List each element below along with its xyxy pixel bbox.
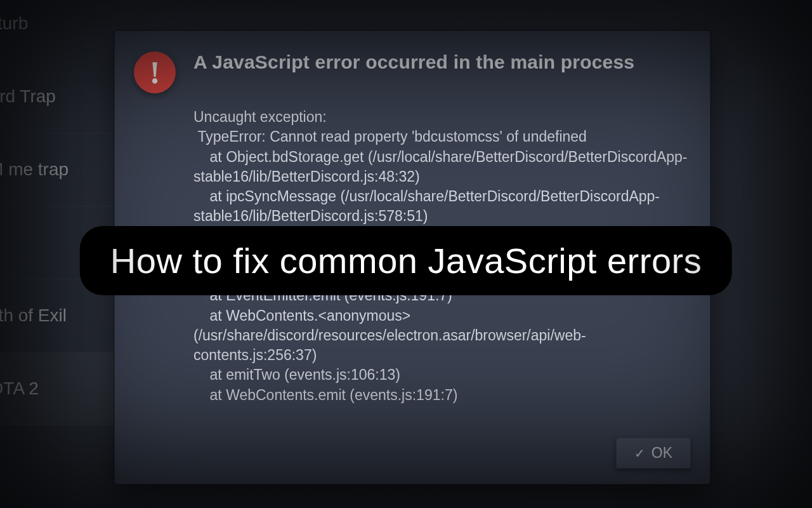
list-item[interactable]: g Hard Trap bbox=[0, 60, 127, 133]
list-item[interactable]: g DOTA 2 bbox=[0, 352, 127, 425]
list-item-label: g PM me trap bbox=[0, 159, 69, 180]
dialog-title: A JavaScript error occurred in the main … bbox=[193, 50, 634, 93]
banner-text: How to fix common JavaScript errors bbox=[110, 241, 702, 281]
list-item[interactable]: g PM me trap bbox=[0, 133, 127, 206]
error-icon-glyph: ! bbox=[150, 57, 160, 88]
background-list: t Disturb g Hard Trap g PM me trap g wit… bbox=[0, 0, 127, 425]
dialog-footer: ✓ OK bbox=[134, 438, 691, 469]
list-item[interactable]: t Disturb bbox=[0, 0, 127, 60]
ok-button-label: OK bbox=[652, 444, 672, 462]
dialog-header: ! A JavaScript error occurred in the mai… bbox=[134, 50, 691, 93]
check-icon: ✓ bbox=[634, 446, 645, 461]
list-item-label: t Disturb bbox=[0, 13, 28, 34]
error-icon: ! bbox=[134, 51, 176, 93]
list-item-label: g DOTA 2 bbox=[0, 378, 39, 399]
list-item-label: g Path of Exil bbox=[0, 305, 67, 326]
overlay-banner: How to fix common JavaScript errors bbox=[80, 226, 732, 295]
list-item-label: g Hard Trap bbox=[0, 86, 56, 107]
ok-button[interactable]: ✓ OK bbox=[616, 438, 691, 469]
